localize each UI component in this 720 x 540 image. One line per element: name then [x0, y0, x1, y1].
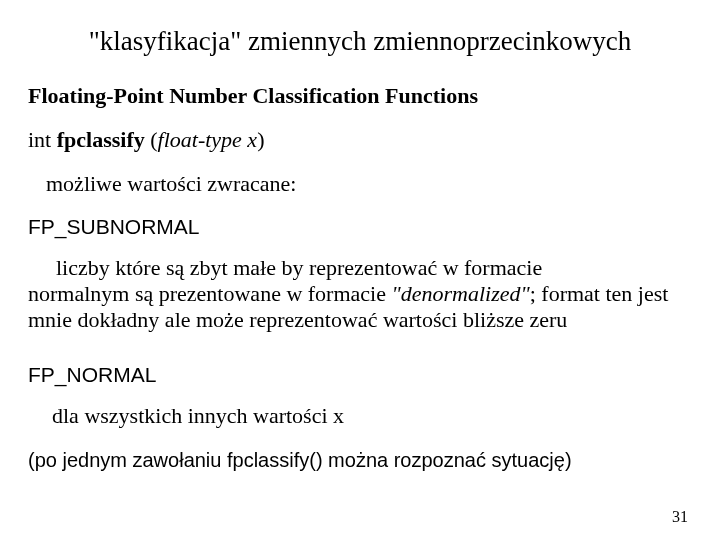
- sig-arg: float-type x: [158, 127, 258, 152]
- fp-normal-description: dla wszystkich innych wartości x: [52, 403, 692, 429]
- footer-note: (po jednym zawołaniu fpclassify() można …: [28, 449, 692, 472]
- slide-title: "klasyfikacja" zmiennych zmiennoprzecink…: [28, 26, 692, 57]
- page-number: 31: [672, 508, 688, 526]
- return-values-label: możliwe wartości zwracane:: [46, 171, 692, 197]
- sig-open-paren: (: [145, 127, 158, 152]
- function-signature: int fpclassify (float-type x): [28, 127, 692, 153]
- sig-function-name: fpclassify: [57, 127, 145, 152]
- sig-close-paren: ): [257, 127, 264, 152]
- constant-fp-subnormal: FP_SUBNORMAL: [28, 215, 692, 239]
- fp-subnormal-description: liczby które są zbyt małe by reprezentow…: [28, 255, 692, 333]
- constant-fp-normal: FP_NORMAL: [28, 363, 692, 387]
- section-heading: Floating-Point Number Classification Fun…: [28, 83, 692, 109]
- para1-line1: liczby które są zbyt małe by reprezentow…: [56, 255, 542, 280]
- sig-return-type: int: [28, 127, 57, 152]
- para1-line2a: normalnym są prezentowane w formacie: [28, 281, 391, 306]
- para1-italic: "denormalized": [391, 281, 529, 306]
